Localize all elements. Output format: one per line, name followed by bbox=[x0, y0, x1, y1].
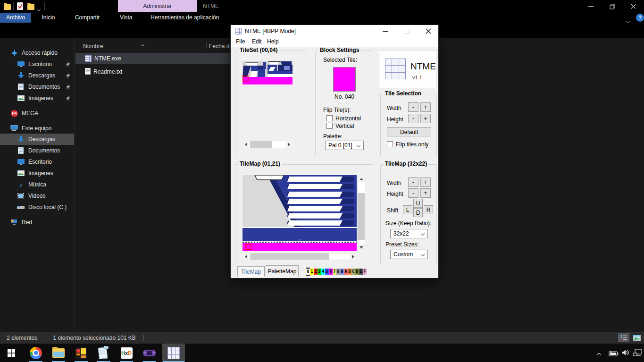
pin-icon[interactable] bbox=[66, 62, 70, 68]
tray-chevron-up-icon[interactable] bbox=[597, 350, 601, 359]
taskbar-hxd-button[interactable]: HxD bbox=[115, 344, 138, 362]
sidebar-item-descargas-pc[interactable]: Descargas bbox=[0, 134, 74, 145]
map-width-plus-button[interactable]: + bbox=[420, 177, 431, 187]
start-button[interactable] bbox=[0, 344, 23, 362]
preset-select[interactable]: Custom bbox=[390, 250, 428, 259]
palette-cell-9[interactable]: 9 bbox=[340, 269, 344, 275]
palette-cell-D[interactable]: D bbox=[355, 269, 359, 275]
sidebar-item-mega[interactable]: MEGA bbox=[0, 108, 74, 119]
scroll-left-icon[interactable] bbox=[243, 141, 249, 148]
shift-up-button[interactable]: U bbox=[413, 199, 423, 208]
palette-cell-E[interactable]: E bbox=[359, 269, 363, 275]
menu-edit[interactable]: Edit bbox=[252, 38, 262, 45]
tileset-hscrollbar[interactable] bbox=[243, 141, 293, 148]
palette-cell-A[interactable]: A bbox=[344, 269, 348, 275]
tab-tilemap[interactable]: TileMap bbox=[237, 266, 265, 277]
palette-cell-0[interactable]: 0 bbox=[306, 268, 310, 276]
tilesel-width-minus-button[interactable]: - bbox=[408, 102, 418, 112]
flip-vertical-checkbox[interactable] bbox=[326, 123, 333, 129]
palette-cell-B[interactable]: B bbox=[348, 269, 351, 275]
scroll-left-icon[interactable] bbox=[243, 253, 249, 260]
sidebar-item-documentos-pc[interactable]: Documentos bbox=[0, 145, 74, 156]
sidebar-item-imagenes-quick[interactable]: Imágenes bbox=[0, 93, 74, 104]
palette-cell-5[interactable]: 5 bbox=[325, 269, 329, 275]
tilemap-vscrollbar[interactable] bbox=[357, 175, 365, 251]
quick-access-newfolder-icon[interactable] bbox=[27, 3, 34, 12]
map-height-minus-button[interactable]: - bbox=[408, 188, 418, 198]
sidebar-item-documentos-quick[interactable]: Documentos bbox=[0, 81, 74, 93]
palette-cell-2[interactable]: 2 bbox=[314, 269, 318, 275]
thumbnail-view-button[interactable] bbox=[631, 333, 643, 342]
sidebar-item-descargas-quick[interactable]: Descargas bbox=[0, 70, 74, 81]
palette-cell-7[interactable]: 7 bbox=[333, 269, 336, 275]
scroll-right-icon[interactable] bbox=[350, 253, 357, 260]
palette-cell-F[interactable]: F bbox=[363, 269, 367, 275]
taskbar-gba-emulator-button[interactable] bbox=[138, 344, 160, 362]
palette-cell-3[interactable]: 3 bbox=[318, 269, 321, 275]
taskbar-chrome-button[interactable] bbox=[25, 344, 47, 362]
taskbar-tile-editor-button[interactable] bbox=[70, 344, 92, 362]
palette-cell-1[interactable]: 1 bbox=[310, 269, 314, 275]
sidebar-item-escritorio-quick[interactable]: Escritorio bbox=[0, 59, 74, 70]
sidebar-item-videos[interactable]: Videos bbox=[0, 190, 74, 202]
palette-cell-C[interactable]: C bbox=[351, 269, 355, 275]
ribbon-tab-inicio[interactable]: Inicio bbox=[35, 13, 61, 23]
pin-icon[interactable] bbox=[66, 73, 70, 80]
tilesel-height-plus-button[interactable]: + bbox=[420, 114, 431, 123]
tray-battery-icon[interactable] bbox=[609, 350, 619, 358]
selected-tile-preview[interactable] bbox=[333, 67, 356, 92]
map-height-plus-button[interactable]: + bbox=[420, 188, 431, 198]
map-width-minus-button[interactable]: - bbox=[408, 177, 418, 187]
shift-down-button[interactable]: D bbox=[413, 208, 423, 217]
scroll-right-icon[interactable] bbox=[286, 141, 293, 148]
size-select[interactable]: 32x22 bbox=[390, 229, 428, 238]
quick-access-folder-icon[interactable] bbox=[4, 3, 11, 12]
details-view-button[interactable] bbox=[618, 333, 629, 342]
palette-cell-4[interactable]: 4 bbox=[321, 269, 325, 275]
taskbar-ntme-button-active[interactable] bbox=[162, 344, 185, 362]
column-header-nombre[interactable]: Nombre bbox=[83, 43, 103, 50]
flip-tiles-only-checkbox[interactable] bbox=[387, 141, 393, 147]
quick-access-customize-chevron-icon[interactable] bbox=[38, 4, 40, 13]
palette-cell-6[interactable]: 6 bbox=[329, 269, 333, 275]
taskbar-notepad-button[interactable] bbox=[92, 344, 115, 362]
sidebar-item-red[interactable]: Red bbox=[0, 217, 74, 228]
palette-select[interactable]: Pal 0 [01] bbox=[325, 141, 364, 150]
column-header-fecha[interactable]: Fecha de bbox=[209, 43, 233, 50]
default-button[interactable]: Default bbox=[387, 127, 431, 136]
scroll-down-icon[interactable] bbox=[357, 244, 365, 251]
tilesel-width-plus-button[interactable]: + bbox=[420, 102, 431, 112]
tileset-canvas[interactable] bbox=[243, 61, 293, 84]
ribbon-tab-compartir[interactable]: Compartir bbox=[69, 13, 106, 23]
flip-horizontal-checkbox[interactable] bbox=[326, 115, 333, 121]
sidebar-item-escritorio-pc[interactable]: Escritorio bbox=[0, 156, 74, 168]
tray-network-icon[interactable] bbox=[633, 349, 642, 358]
tray-volume-icon[interactable] bbox=[622, 349, 630, 358]
ribbon-tab-archivo[interactable]: Archivo bbox=[0, 13, 31, 23]
tilemap-vscroll-thumb[interactable] bbox=[358, 193, 365, 240]
tab-palettemap[interactable]: PaletteMap bbox=[266, 265, 299, 277]
sidebar-item-imagenes-pc[interactable]: Imágenes bbox=[0, 168, 74, 179]
tilemap-hscrollbar[interactable] bbox=[243, 253, 357, 260]
menu-help[interactable]: Help bbox=[267, 38, 279, 45]
contextual-tab-administrar[interactable]: Administrar bbox=[118, 0, 197, 12]
tileset-hscroll-thumb[interactable] bbox=[250, 141, 272, 148]
ntme-close-button[interactable] bbox=[418, 25, 438, 37]
explorer-close-button[interactable] bbox=[623, 0, 644, 13]
taskbar-explorer-button[interactable] bbox=[47, 344, 70, 362]
sidebar-item-musica[interactable]: ♪ Música bbox=[0, 179, 74, 190]
tilesel-height-minus-button[interactable]: - bbox=[408, 114, 418, 123]
tilemap-hscroll-thumb[interactable] bbox=[250, 253, 329, 260]
ntme-minimize-button[interactable] bbox=[375, 25, 396, 37]
ribbon-tab-herramientas[interactable]: Herramientas de aplicación bbox=[144, 13, 225, 23]
shift-right-button[interactable]: R bbox=[424, 205, 433, 214]
menu-file[interactable]: File bbox=[236, 38, 245, 45]
help-icon[interactable]: ? bbox=[636, 14, 644, 22]
sidebar-item-disco-local[interactable]: Disco local (C:) bbox=[0, 202, 74, 213]
quick-access-properties-icon[interactable] bbox=[17, 2, 23, 10]
palette-cell-8[interactable]: 8 bbox=[336, 269, 340, 275]
ribbon-tab-vista[interactable]: Vista bbox=[114, 13, 138, 23]
tilemap-canvas[interactable] bbox=[243, 175, 357, 251]
explorer-restore-button[interactable] bbox=[602, 0, 623, 13]
shift-left-button[interactable]: L bbox=[403, 205, 412, 214]
